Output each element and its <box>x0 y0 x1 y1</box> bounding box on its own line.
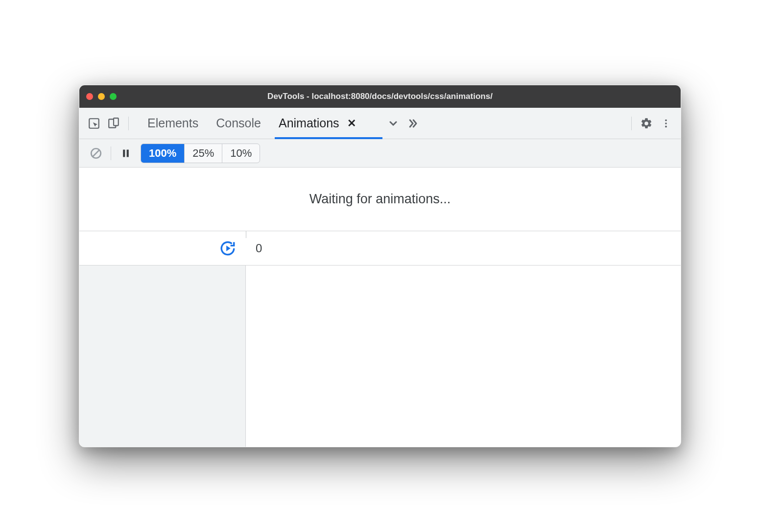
svg-point-4 <box>665 122 667 124</box>
inspect-element-icon[interactable] <box>84 114 104 133</box>
toolbar-divider <box>111 146 111 160</box>
maximize-window-button[interactable] <box>110 93 117 100</box>
playback-speed-group: 100% 25% 10% <box>141 144 260 163</box>
svg-rect-8 <box>123 149 125 157</box>
minimize-window-button[interactable] <box>98 93 105 100</box>
animation-buffer-panel: Waiting for animations... <box>79 168 681 231</box>
more-tabs-icon[interactable] <box>383 114 403 133</box>
close-tab-icon[interactable]: ✕ <box>347 117 356 130</box>
tab-elements[interactable]: Elements <box>147 108 198 139</box>
speed-100[interactable]: 100% <box>141 144 185 163</box>
svg-line-7 <box>93 150 99 156</box>
main-toolbar: Elements Console Animations ✕ <box>79 108 681 139</box>
tab-animations[interactable]: Animations ✕ <box>279 108 356 139</box>
window-controls <box>86 93 117 100</box>
animations-toolbar: 100% 25% 10% <box>79 139 681 168</box>
devtools-window: DevTools - localhost:8080/docs/devtools/… <box>79 85 681 447</box>
replay-icon[interactable] <box>219 240 236 257</box>
waiting-message: Waiting for animations... <box>309 192 451 207</box>
speed-10[interactable]: 10% <box>222 144 260 163</box>
window-title: DevTools - localhost:8080/docs/devtools/… <box>79 92 681 101</box>
device-toggle-icon[interactable] <box>104 114 123 133</box>
toolbar-divider <box>128 117 129 130</box>
close-window-button[interactable] <box>86 93 93 100</box>
tab-label: Animations <box>279 116 339 130</box>
panel-tabs: Elements Console Animations ✕ <box>147 108 423 139</box>
tab-console[interactable]: Console <box>216 108 261 139</box>
svg-rect-9 <box>127 149 129 157</box>
settings-icon[interactable] <box>637 114 656 133</box>
toolbar-divider <box>631 117 632 130</box>
more-tabs-chevron-icon[interactable] <box>403 114 423 133</box>
svg-marker-10 <box>226 245 231 251</box>
timeline-start-label: 0 <box>256 242 262 255</box>
svg-rect-2 <box>114 118 119 125</box>
speed-25[interactable]: 25% <box>185 144 222 163</box>
clear-icon[interactable] <box>86 144 106 163</box>
animation-names-column <box>79 266 246 447</box>
svg-point-3 <box>665 119 667 121</box>
tab-label: Console <box>216 116 261 130</box>
titlebar: DevTools - localhost:8080/docs/devtools/… <box>79 85 681 108</box>
pause-icon[interactable] <box>116 144 136 163</box>
animation-timeline-column[interactable] <box>246 266 681 447</box>
timeline-tick <box>246 231 246 238</box>
animation-detail-area <box>79 266 681 447</box>
svg-point-5 <box>665 125 667 127</box>
tab-label: Elements <box>147 116 198 130</box>
timeline-ruler: 0 <box>79 231 681 266</box>
kebab-menu-icon[interactable] <box>656 114 676 133</box>
